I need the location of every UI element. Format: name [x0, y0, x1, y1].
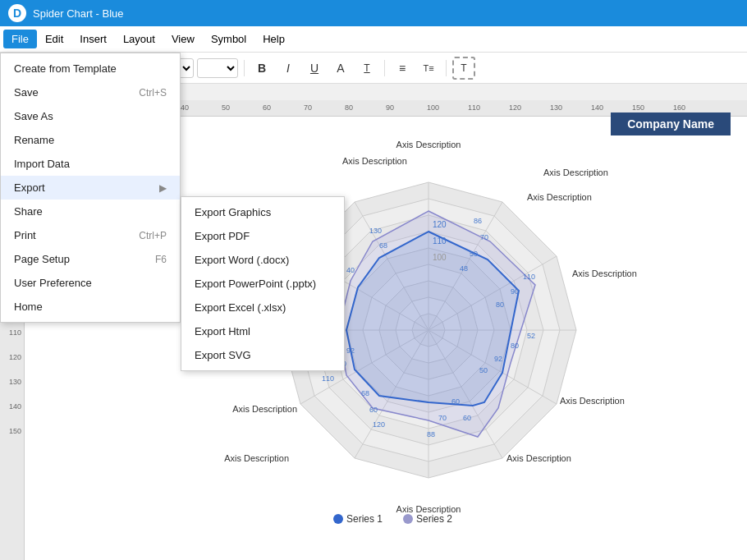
svg-text:80: 80	[511, 342, 519, 350]
export-powerpoint[interactable]: Export PowerPoint (.pptx)	[181, 272, 344, 296]
separator-4	[384, 60, 385, 76]
ruler-h-110: 110	[468, 103, 480, 112]
more-align-button[interactable]: T≡	[417, 57, 440, 80]
svg-text:92: 92	[494, 355, 502, 363]
export-html[interactable]: Export Html	[181, 319, 344, 343]
ruler-h-140: 140	[591, 103, 603, 112]
export-word[interactable]: Export Word (.docx)	[181, 248, 344, 272]
underline-button[interactable]: U	[303, 57, 326, 80]
axis-label-right: Axis Description	[572, 269, 637, 278]
menu-file[interactable]: File	[3, 30, 37, 48]
menu-edit[interactable]: Edit	[37, 30, 71, 48]
svg-text:70: 70	[438, 414, 447, 422]
svg-text:86: 86	[474, 217, 482, 225]
svg-text:52: 52	[527, 332, 535, 340]
axis-label-bottom-right: Axis Description	[560, 396, 625, 406]
menu-help[interactable]: Help	[254, 30, 293, 48]
export-graphics[interactable]: Export Graphics	[181, 200, 344, 224]
axis-label-br2: Axis Description	[506, 453, 571, 463]
axis-label-top: Axis Description	[396, 140, 461, 149]
ruler-h-70: 70	[304, 103, 312, 112]
svg-text:60: 60	[369, 406, 378, 414]
ruler-h-150: 150	[632, 103, 644, 112]
separator-5	[446, 60, 447, 76]
svg-text:68: 68	[379, 241, 387, 250]
axis-label-bl2: Axis Description	[232, 404, 297, 414]
export-submenu-dropdown: Export Graphics Export PDF Export Word (…	[181, 196, 345, 371]
ruler-h-40: 40	[181, 103, 189, 112]
svg-text:110: 110	[433, 236, 447, 246]
legend-series1-label: Series 1	[346, 513, 383, 525]
svg-text:110: 110	[322, 374, 334, 383]
svg-text:90: 90	[511, 287, 519, 296]
svg-text:68: 68	[361, 389, 369, 397]
axis-label-bottom-left: Axis Description	[224, 453, 289, 463]
ruler-h-60: 60	[263, 103, 271, 112]
ruler-v-130: 130	[9, 378, 21, 386]
ruler-h-130: 130	[550, 103, 562, 112]
ruler-v-120: 120	[9, 353, 21, 361]
title-bar: D Spider Chart - Blue	[0, 0, 747, 26]
menu-view[interactable]: View	[163, 30, 203, 48]
svg-text:60: 60	[451, 397, 460, 406]
svg-text:70: 70	[480, 233, 488, 241]
ruler-h-90: 90	[386, 103, 394, 112]
app-title: Spider Chart - Blue	[33, 7, 124, 20]
menu-save[interactable]: Save Ctrl+S	[1, 80, 180, 104]
svg-text:110: 110	[523, 273, 535, 281]
bold-button[interactable]: B	[250, 57, 273, 80]
ruler-h-50: 50	[222, 103, 230, 112]
text-style-button[interactable]: T	[355, 57, 378, 80]
ruler-h-120: 120	[509, 103, 521, 112]
ruler-v-140: 140	[9, 402, 21, 411]
export-pdf[interactable]: Export PDF	[181, 224, 344, 248]
file-menu-dropdown: Create from Template Save Ctrl+S Save As…	[0, 53, 181, 323]
menu-home[interactable]: Home	[1, 295, 180, 319]
menu-export[interactable]: Export ▶	[1, 176, 180, 200]
separator-3	[244, 60, 245, 76]
legend-series2-label: Series 2	[416, 513, 452, 525]
menu-symbol[interactable]: Symbol	[203, 30, 254, 48]
menu-share[interactable]: Share	[1, 200, 180, 223]
svg-text:50: 50	[479, 366, 488, 374]
ruler-v-110: 110	[9, 328, 21, 337]
menu-import-data[interactable]: Import Data	[1, 152, 180, 176]
menu-rename[interactable]: Rename	[1, 128, 180, 152]
export-excel[interactable]: Export Excel (.xlsx)	[181, 296, 344, 319]
menu-create-from-template[interactable]: Create from Template	[1, 57, 180, 80]
axis-label-tr2: Axis Description	[527, 192, 592, 202]
ruler-h-80: 80	[345, 103, 353, 112]
font-color-button[interactable]: A	[329, 57, 352, 80]
svg-text:120: 120	[433, 220, 447, 229]
font-size-select[interactable]	[197, 58, 238, 78]
legend-series1-dot	[333, 514, 343, 524]
company-name-header: Company Name	[611, 112, 731, 135]
svg-text:80: 80	[496, 301, 504, 309]
svg-text:60: 60	[463, 414, 471, 422]
ruler-h-100: 100	[427, 103, 439, 112]
menu-bar: File Edit Insert Layout View Symbol Help	[0, 26, 747, 53]
menu-insert[interactable]: Insert	[71, 30, 115, 48]
svg-text:88: 88	[427, 430, 435, 438]
text-box-button[interactable]: T	[452, 57, 475, 80]
align-button[interactable]: ≡	[391, 57, 414, 80]
app-logo: D	[8, 4, 26, 22]
svg-text:50: 50	[470, 250, 478, 258]
svg-text:92: 92	[346, 347, 355, 355]
menu-layout[interactable]: Layout	[115, 30, 163, 48]
axis-label-top-right: Axis Description	[543, 168, 608, 177]
svg-text:130: 130	[369, 227, 382, 235]
svg-text:120: 120	[373, 420, 385, 429]
menu-save-as[interactable]: Save As	[1, 104, 180, 128]
italic-button[interactable]: I	[277, 57, 300, 80]
menu-print[interactable]: Print Ctrl+P	[1, 223, 180, 247]
menu-page-setup[interactable]: Page Setup F6	[1, 247, 180, 271]
svg-text:48: 48	[460, 264, 468, 273]
ruler-v-150: 150	[9, 427, 21, 435]
export-svg[interactable]: Export SVG	[181, 343, 344, 367]
legend: Series 1 Series 2	[333, 513, 452, 525]
svg-text:100: 100	[433, 253, 447, 262]
axis-label-tl2: Axis Description	[342, 156, 407, 166]
svg-text:40: 40	[346, 266, 355, 274]
menu-user-preference[interactable]: User Preference	[1, 271, 180, 295]
